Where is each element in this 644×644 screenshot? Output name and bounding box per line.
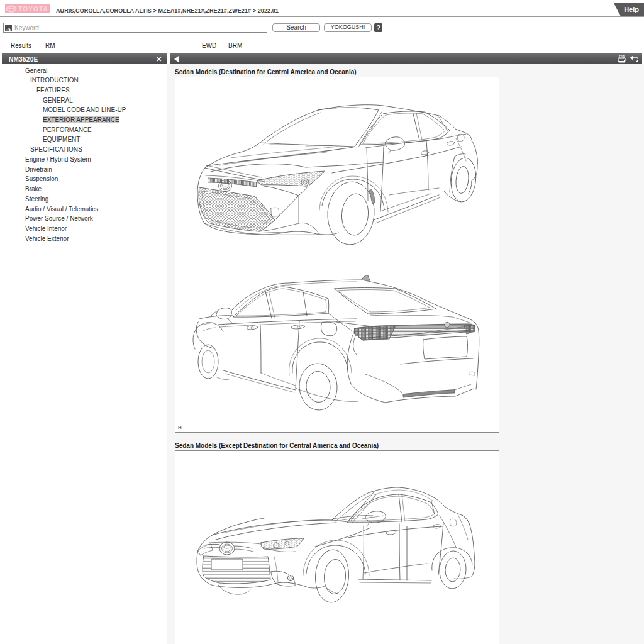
- svg-text:TOYOTA: TOYOTA: [18, 5, 48, 13]
